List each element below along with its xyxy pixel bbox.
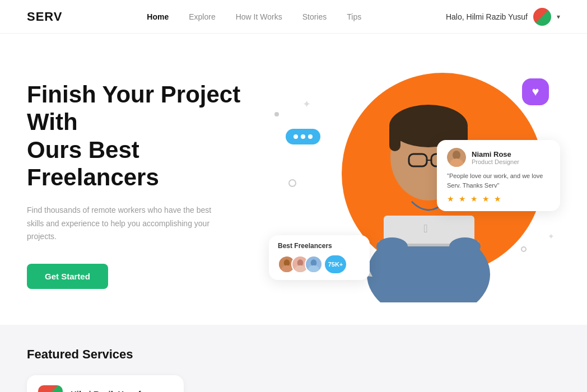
review-stars: ★ ★ ★ ★ ★ [447, 194, 550, 203]
featured-user-icon [38, 385, 63, 392]
bubble-dot-1 [294, 134, 298, 139]
review-card: Niami Rose Product Designer "People love… [437, 140, 560, 211]
bubble-dot-3 [308, 134, 313, 139]
freelancers-avatars: 75K+ [278, 255, 361, 273]
logo: SERV [27, 10, 63, 24]
svg-point-17 [284, 259, 290, 266]
dot-decoration-1 [274, 112, 279, 116]
nav-home[interactable]: Home [147, 12, 169, 21]
get-started-button[interactable]: Get Started [27, 264, 108, 289]
hero-content: Finish Your Project With Ours Best Freel… [27, 81, 262, 290]
svg-point-18 [281, 265, 292, 273]
svg-point-14 [453, 151, 460, 160]
svg-rect-3 [389, 123, 400, 151]
reviewer-info: Niami Rose Product Designer [472, 150, 519, 165]
sparkle-icon-2: ✦ [548, 232, 555, 241]
chevron-down-icon[interactable]: ▾ [557, 13, 560, 21]
featured-title: Featured Services [27, 347, 560, 362]
freelancers-label: Best Freelancers [278, 242, 361, 250]
featured-card[interactable]: Hilmi Razib Yusuf admin [27, 375, 184, 392]
navbar: SERV Home Explore How It Works Stories T… [0, 0, 587, 34]
chat-bubble [286, 129, 320, 144]
heart-badge: ♥ [522, 78, 549, 105]
hero-title: Finish Your Project With Ours Best Freel… [27, 81, 262, 192]
sparkle-icon: ✦ [302, 98, 311, 110]
svg-point-23 [311, 259, 317, 266]
dot-decoration-3 [521, 246, 527, 252]
svg-point-20 [297, 259, 304, 266]
nav-how-it-works[interactable]: How It Works [236, 12, 282, 21]
svg-point-21 [295, 265, 305, 273]
nav-explore[interactable]: Explore [189, 12, 215, 21]
nav-links: Home Explore How It Works Stories Tips [147, 12, 361, 21]
nav-stories[interactable]: Stories [302, 12, 327, 21]
reviewer-role: Product Designer [472, 158, 519, 165]
bubble-dot-2 [301, 134, 305, 139]
hero-description: Find thousands of remote workers who hav… [27, 204, 217, 244]
heart-icon: ♥ [532, 85, 539, 99]
freelancer-avatar-3 [305, 255, 323, 273]
nav-greeting: Halo, Hilmi Razib Yusuf [446, 12, 528, 21]
reviewer-name: Niami Rose [472, 150, 519, 158]
review-header: Niami Rose Product Designer [447, 148, 550, 167]
featured-user-info: Hilmi Razib Yusuf admin [71, 389, 141, 393]
review-text: "People love our work, and we love Serv.… [447, 171, 550, 190]
featured-user-name: Hilmi Razib Yusuf [71, 389, 141, 393]
avatar[interactable] [533, 8, 551, 26]
svg-point-11 [376, 237, 408, 255]
svg-point-12 [449, 237, 481, 255]
svg-point-24 [308, 265, 319, 273]
nav-user-area: Halo, Hilmi Razib Yusuf ▾ [446, 8, 560, 26]
hero-section: Finish Your Project With Ours Best Freel… [0, 34, 587, 325]
reviewer-avatar [447, 148, 466, 167]
svg-text::  [423, 222, 427, 235]
featured-section: Featured Services Hilmi Razib Yusuf admi… [0, 325, 587, 392]
nav-tips[interactable]: Tips [347, 12, 361, 21]
hero-illustration:  ♥ ✦ ✦ [269, 67, 560, 302]
freelancers-card: Best Freelancers 75K+ [269, 235, 370, 280]
freelancers-count: 75K+ [325, 255, 346, 273]
dot-decoration-2 [288, 179, 296, 187]
